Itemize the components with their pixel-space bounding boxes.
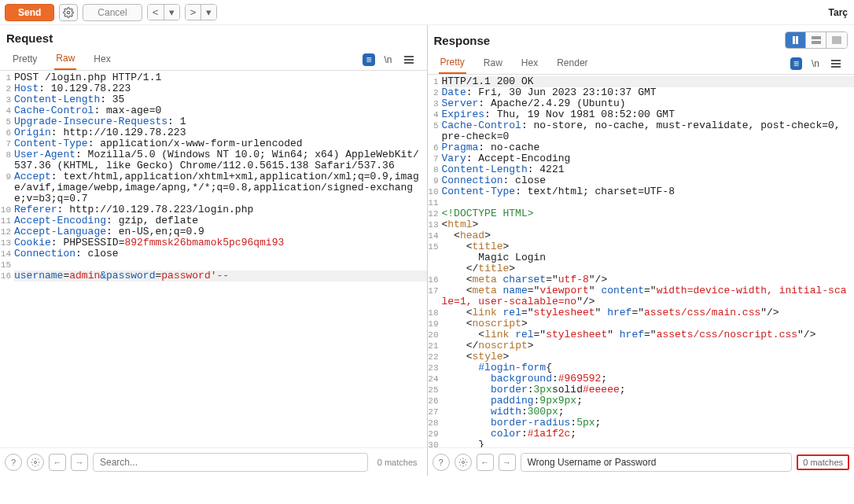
line-number: 27 [428,407,442,418]
resp-search-next-icon[interactable]: → [499,454,516,471]
tab-resp-render[interactable]: Render [555,54,589,73]
search-prev-icon[interactable]: ← [49,454,66,471]
resp-search-prev-icon[interactable]: ← [477,454,494,471]
layout-rows-icon[interactable] [806,32,826,48]
code-content[interactable]: Accept-Encoding: gzip, deflate [14,215,203,226]
prev-button[interactable]: < [148,5,164,20]
layout-columns-icon[interactable] [786,32,806,48]
code-content[interactable]: Vary: Accept-Encoding [442,153,576,164]
tab-pretty[interactable]: Pretty [11,50,39,69]
request-search-input[interactable] [93,453,368,472]
code-content[interactable]: <!DOCTYPE HTML> [442,208,539,219]
code-content[interactable]: <noscript> [442,318,532,329]
code-content[interactable]: Expires: Thu, 19 Nov 1981 08:52:00 GMT [442,109,679,120]
help-icon[interactable]: ? [5,454,22,471]
code-content[interactable]: POST /login.php HTTP/1.1 [14,72,166,83]
code-content[interactable]: Connection: close [442,175,551,186]
code-content[interactable]: <head> [442,230,495,241]
code-content[interactable]: username=admin&password=password'-- [14,270,427,281]
code-content[interactable]: Server: Apache/2.4.29 (Ubuntu) [442,98,631,109]
request-editor[interactable]: 1POST /login.php HTTP/1.12Host: 10.129.7… [0,71,427,447]
code-content[interactable]: background:#969592; [442,373,613,384]
line-number: 26 [428,395,442,407]
code-content[interactable]: Accept: text/html,application/xhtml+xml,… [14,171,427,204]
resp-gear-icon[interactable] [455,454,472,471]
code-content[interactable]: Date: Fri, 30 Jun 2023 23:10:37 GMT [442,87,661,98]
gear-icon[interactable] [27,454,44,471]
code-content[interactable]: Content-Type: application/x-www-form-url… [14,138,307,149]
request-actions-icon[interactable]: ≡ [363,53,374,66]
code-content[interactable]: <title> Magic Login </title> [442,241,551,274]
code-content[interactable] [442,197,453,208]
code-content[interactable]: <meta name="viewport" content="width=dev… [442,285,855,307]
request-footer: ? ← → 0 matches [0,447,427,476]
tab-resp-raw[interactable]: Raw [482,54,504,73]
line-number: 17 [428,285,442,296]
code-content[interactable] [14,259,25,270]
line-number: 6 [0,127,14,138]
response-match-count: 0 matches [797,454,849,470]
line-number: 8 [428,164,442,175]
line-number: 11 [0,215,14,226]
code-content[interactable]: Accept-Language: en-US,en;q=0.9 [14,226,209,237]
code-content[interactable]: padding:9px9px; [442,395,587,407]
code-content[interactable]: Upgrade-Insecure-Requests: 1 [14,116,190,127]
resp-hamburger-icon[interactable] [829,57,843,71]
response-search-input[interactable] [521,453,793,472]
code-content[interactable]: <link rel="stylesheet" href="assets/css/… [442,307,784,318]
code-line: 13<html> [428,219,855,230]
resp-newline-toggle-icon[interactable]: \n [808,57,823,71]
code-content[interactable]: border:3pxsolid#eeeee; [442,384,631,395]
tab-hex[interactable]: Hex [92,50,112,69]
code-line: 24 background:#969592; [428,373,855,384]
code-content[interactable]: width:300px; [442,407,569,418]
code-content[interactable]: Cache-Control: max-age=0 [14,105,166,116]
code-content[interactable]: </noscript> [442,340,539,351]
response-actions-icon[interactable]: ≡ [790,57,802,70]
response-editor[interactable]: 1HTTP/1.1 200 OK2Date: Fri, 30 Jun 2023 … [428,75,855,447]
tab-resp-pretty[interactable]: Pretty [439,53,466,74]
code-content[interactable]: User-Agent: Mozilla/5.0 (Windows NT 10.0… [14,149,427,171]
line-number: 7 [428,153,442,164]
code-content[interactable]: Origin: http://10.129.78.223 [14,127,190,138]
search-next-icon[interactable]: → [71,454,88,471]
code-line: 22 <style> [428,351,855,362]
hamburger-icon[interactable] [402,53,416,67]
code-line: 9Accept: text/html,application/xhtml+xml… [0,171,427,204]
prev-dropdown[interactable]: ▾ [164,5,179,20]
line-number: 15 [0,259,14,270]
code-content[interactable]: <html> [442,219,484,230]
resp-help-icon[interactable]: ? [433,454,450,471]
response-title: Response [434,34,491,47]
code-content[interactable]: Content-Type: text/html; charset=UTF-8 [442,186,679,197]
code-content[interactable]: Content-Length: 4221 [442,164,569,175]
code-content[interactable]: #login-form{ [442,362,557,373]
code-content[interactable]: <style> [442,351,514,362]
code-line: 28 border-radius:5px; [428,418,855,429]
code-content[interactable]: Cookie: PHPSESSID=892fmmsk26bmamok5pc96q… [14,237,289,248]
newline-toggle-icon[interactable]: \n [381,53,396,67]
send-button[interactable]: Send [5,4,54,21]
code-content[interactable]: Referer: http://10.129.78.223/login.php [14,204,258,215]
line-number: 29 [428,429,442,440]
code-content[interactable]: color:#1a1f2c; [442,429,582,440]
code-content[interactable]: border-radius:5px; [442,418,606,429]
layout-single-icon[interactable] [826,32,847,48]
next-button[interactable]: > [186,5,202,20]
settings-gear-icon[interactable] [59,4,78,21]
next-dropdown[interactable]: ▾ [201,5,216,20]
tab-raw[interactable]: Raw [54,50,76,70]
cancel-button[interactable]: Cancel [83,4,142,21]
code-content[interactable]: <link rel="stylesheet" href="assets/css/… [442,329,821,340]
code-line: 14 <head> [428,230,855,241]
code-content[interactable]: HTTP/1.1 200 OK [442,76,855,87]
code-content[interactable]: Connection: close [14,248,123,259]
code-content[interactable]: <meta charset="utf-8"/> [442,274,613,285]
code-content[interactable]: } [442,440,490,447]
code-content[interactable]: Cache-Control: no-store, no-cache, must-… [442,120,855,142]
tab-resp-hex[interactable]: Hex [520,54,539,73]
code-content[interactable]: Content-Length: 35 [14,94,129,105]
code-content[interactable]: Host: 10.129.78.223 [14,83,135,94]
code-line: 5Upgrade-Insecure-Requests: 1 [0,116,427,127]
code-content[interactable]: Pragma: no-cache [442,142,545,153]
